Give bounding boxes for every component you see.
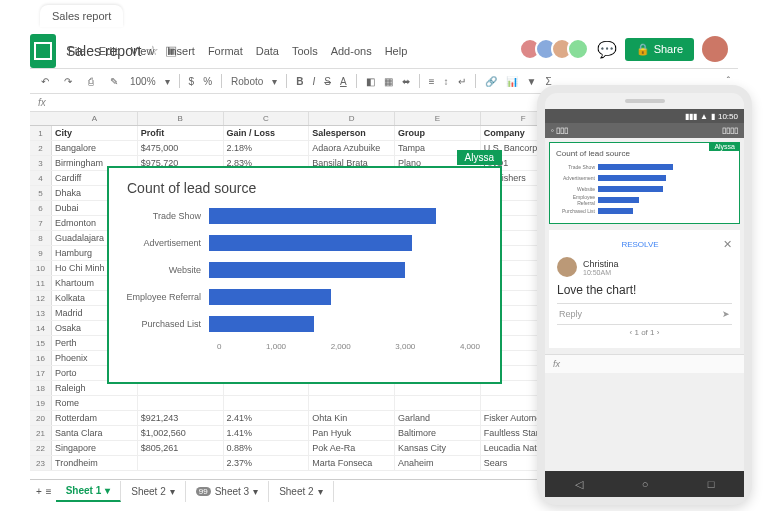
zoom-select[interactable]: 100% [130,76,156,87]
cell[interactable]: Marta Fonseca [309,456,395,470]
bold-icon[interactable]: B [296,76,303,87]
menu-format[interactable]: Format [208,45,243,57]
currency-button[interactable]: $ [189,76,195,87]
col-header[interactable]: B [138,112,224,125]
align-icon[interactable]: ≡ [429,76,435,87]
cell[interactable] [138,456,224,470]
paint-format-icon[interactable]: ✎ [107,74,121,88]
browser-tab[interactable]: Sales report [40,5,123,27]
header-cell[interactable]: Group [395,126,481,140]
all-sheets-menu[interactable]: ≡ [46,486,52,497]
undo-icon[interactable]: ↶ [38,74,52,88]
cell[interactable]: Anaheim [395,456,481,470]
wrap-icon[interactable]: ↵ [458,76,466,87]
col-header[interactable]: E [395,112,481,125]
menu-insert[interactable]: Insert [167,45,195,57]
next-icon[interactable]: › [657,328,660,337]
reply-input[interactable]: Reply ➤ [557,303,732,324]
phone-formula-bar[interactable]: fx [545,354,744,373]
cell[interactable] [309,396,395,410]
header-cell[interactable]: Salesperson [309,126,395,140]
sheet-tab[interactable]: Sheet 2 ▾ [269,481,333,502]
borders-icon[interactable]: ▦ [384,76,393,87]
valign-icon[interactable]: ↕ [444,76,449,87]
cell[interactable]: Baltimore [395,426,481,440]
avatar[interactable] [567,38,589,60]
sheet-tab[interactable]: 99 Sheet 3 ▾ [186,481,269,502]
sheets-logo-icon[interactable] [30,34,56,68]
col-header[interactable]: C [224,112,310,125]
menu-tools[interactable]: Tools [292,45,318,57]
filter-icon[interactable]: ▼ [527,76,537,87]
cell[interactable]: $805,261 [138,441,224,455]
add-sheet-button[interactable]: + [36,486,42,497]
sheet-tab[interactable]: Sheet 2 ▾ [121,481,185,502]
chevron-down-icon[interactable]: ▾ [272,76,277,87]
comment-icon[interactable]: 💬 [597,40,617,59]
account-avatar[interactable] [702,36,728,62]
cell[interactable]: $921,243 [138,411,224,425]
chevron-down-icon[interactable]: ▾ [253,486,258,497]
cell[interactable]: Kansas City [395,441,481,455]
italic-icon[interactable]: I [313,76,316,87]
col-header[interactable]: A [52,112,138,125]
cell[interactable]: 2.41% [224,411,310,425]
cell[interactable]: Rotterdam [52,411,138,425]
prev-icon[interactable]: ‹ [630,328,633,337]
menu-addons[interactable]: Add-ons [331,45,372,57]
header-cell[interactable]: Profit [138,126,224,140]
cell[interactable]: Bangalore [52,141,138,155]
header-cell[interactable]: Gain / Loss [224,126,310,140]
cell[interactable]: Ohta Kin [309,411,395,425]
cell[interactable]: Garland [395,411,481,425]
cell[interactable]: Trondheim [52,456,138,470]
cell[interactable] [138,396,224,410]
text-color-icon[interactable]: A [340,76,347,87]
send-icon[interactable]: ➤ [722,309,730,319]
share-button[interactable]: 🔒 Share [625,38,694,61]
phone-chart[interactable]: Alyssa Count of lead source Trade ShowAd… [549,142,740,224]
chevron-down-icon[interactable]: ▾ [165,76,170,87]
resolve-button[interactable]: RESOLVE [621,240,658,249]
cell[interactable]: Santa Clara [52,426,138,440]
redo-icon[interactable]: ↷ [61,74,75,88]
cell[interactable]: $1,002,560 [138,426,224,440]
home-icon[interactable]: ○ [642,478,649,490]
chevron-down-icon[interactable]: ▾ [170,486,175,497]
header-cell[interactable]: City [52,126,138,140]
strike-icon[interactable]: S [324,76,331,87]
cell[interactable]: $475,000 [138,141,224,155]
merge-icon[interactable]: ⬌ [402,76,410,87]
menu-file[interactable]: File [68,45,86,57]
back-icon[interactable]: ◁ [575,478,583,491]
cell[interactable]: 1.41% [224,426,310,440]
cell[interactable]: Rome [52,396,138,410]
cell[interactable] [224,396,310,410]
menu-edit[interactable]: Edit [99,45,118,57]
recents-icon[interactable]: □ [708,478,715,490]
insert-chart-icon[interactable]: 📊 [506,76,518,87]
chart-embedded[interactable]: Alyssa Count of lead source Trade ShowAd… [107,166,502,384]
menu-help[interactable]: Help [385,45,408,57]
chevron-down-icon[interactable]: ▾ [318,486,323,497]
col-header[interactable]: D [309,112,395,125]
cell[interactable]: Singapore [52,441,138,455]
sheet-tab[interactable]: Sheet 1 ▾ [56,481,122,502]
collaborator-avatars[interactable] [525,38,589,60]
cell[interactable] [395,396,481,410]
cell[interactable]: 0.88% [224,441,310,455]
percent-button[interactable]: % [203,76,212,87]
print-icon[interactable]: ⎙ [84,74,98,88]
menu-view[interactable]: View [131,45,155,57]
close-icon[interactable]: ✕ [723,238,732,251]
chevron-down-icon[interactable]: ▾ [105,485,110,496]
cell[interactable]: Pan Hyuk [309,426,395,440]
menu-data[interactable]: Data [256,45,279,57]
cell[interactable]: Adaora Azubuike [309,141,395,155]
fill-color-icon[interactable]: ◧ [366,76,375,87]
cell[interactable]: 2.37% [224,456,310,470]
cell[interactable]: Pok Ae-Ra [309,441,395,455]
cell[interactable]: 2.18% [224,141,310,155]
font-select[interactable]: Roboto [231,76,263,87]
insert-link-icon[interactable]: 🔗 [485,76,497,87]
